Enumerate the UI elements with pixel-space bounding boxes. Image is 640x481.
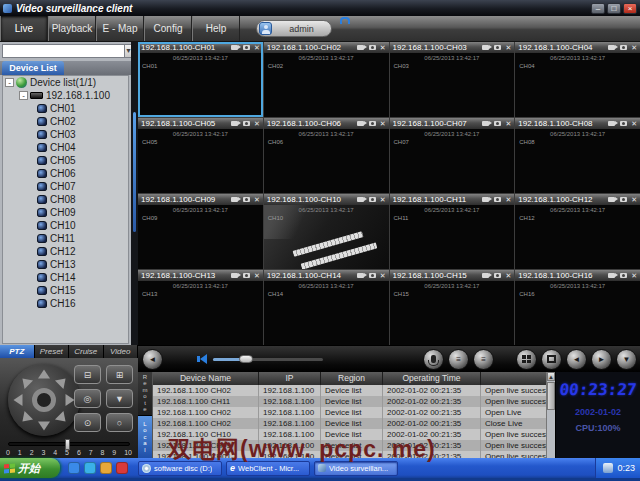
video-area[interactable]: 06/25/2013 13:42:17CH05 [138, 129, 263, 193]
record-icon[interactable] [482, 197, 489, 202]
ptz-down-right-arrow[interactable] [55, 411, 70, 426]
tree-channel-ch06[interactable]: CH06 [3, 167, 128, 180]
video-cell-ch05[interactable]: 192.168.1.100-CH05✕06/25/2013 13:42:17CH… [138, 118, 263, 193]
minimize-button[interactable]: – [591, 3, 605, 14]
record-icon[interactable] [231, 121, 238, 126]
video-cell-ch06[interactable]: 192.168.1.100-CH06✕06/25/2013 13:42:17CH… [264, 118, 389, 193]
ptz-down-arrow[interactable] [38, 422, 50, 431]
video-area[interactable]: 06/25/2013 13:42:17CH02 [264, 53, 389, 117]
video-area[interactable]: 06/25/2013 13:42:17CH14 [264, 281, 389, 345]
close-icon[interactable]: ✕ [254, 196, 260, 203]
close-icon[interactable]: ✕ [631, 120, 637, 127]
snapshot-icon[interactable] [494, 121, 501, 126]
tree-channel-ch16[interactable]: CH16 [3, 297, 128, 310]
close-icon[interactable]: ✕ [380, 272, 386, 279]
menu-item-emap[interactable]: E - Map [96, 16, 144, 41]
video-cell-ch14[interactable]: 192.168.1.100-CH14✕06/25/2013 13:42:17CH… [264, 270, 389, 345]
close-icon[interactable]: ✕ [631, 44, 637, 51]
video-area[interactable]: 06/25/2013 13:42:17CH13 [138, 281, 263, 345]
ptz-down-left-arrow[interactable] [18, 411, 33, 426]
video-cell-ch12[interactable]: 192.168.1.100-CH12✕06/25/2013 13:42:17CH… [515, 194, 640, 269]
volume-slider-handle[interactable] [239, 355, 253, 363]
close-button[interactable]: × [623, 3, 637, 14]
video-cell-ch15[interactable]: 192.168.1.100-CH15✕06/25/2013 13:42:17CH… [390, 270, 515, 345]
list-button-1[interactable]: ≡ [448, 349, 469, 370]
col-header-region[interactable]: Region [321, 372, 383, 385]
record-icon[interactable] [608, 273, 615, 278]
snapshot-icon[interactable] [243, 197, 250, 202]
list-button-2[interactable]: ≡ [473, 349, 494, 370]
tree-channel-ch09[interactable]: CH09 [3, 206, 128, 219]
task-button-2[interactable]: eWebClient - Micr... [226, 461, 310, 476]
log-row[interactable]: 192.168.1.100 CH11192.168.1.100Device li… [153, 396, 546, 407]
focus-near-button[interactable]: ▼ [106, 389, 133, 408]
video-cell-ch07[interactable]: 192.168.1.100-CH07✕06/25/2013 13:42:17CH… [390, 118, 515, 193]
talk-button[interactable] [423, 349, 444, 370]
messenger-icon[interactable] [84, 462, 96, 474]
collapse-icon[interactable]: - [19, 91, 28, 100]
snapshot-icon[interactable] [620, 197, 627, 202]
col-header-extra[interactable] [481, 372, 546, 385]
snapshot-icon[interactable] [369, 273, 376, 278]
record-icon[interactable] [608, 197, 615, 202]
tab-local-log[interactable]: Local [138, 416, 152, 459]
log-row[interactable]: 192.168.1.100 CH02192.168.1.100Device li… [153, 418, 546, 429]
snapshot-icon[interactable] [494, 197, 501, 202]
volume-slider[interactable] [213, 358, 323, 361]
tab-device-list[interactable]: Device List [2, 61, 64, 75]
ptz-up-arrow[interactable] [38, 370, 50, 379]
video-area[interactable]: 06/25/2013 13:42:17CH01 [138, 53, 263, 117]
snapshot-icon[interactable] [494, 45, 501, 50]
video-area[interactable]: 06/25/2013 13:42:17CH11 [390, 205, 515, 269]
ptz-up-left-arrow[interactable] [18, 374, 33, 389]
task-button-1[interactable]: software disc (D:) [138, 461, 222, 476]
record-icon[interactable] [231, 273, 238, 278]
video-cell-ch04[interactable]: 192.168.1.100-CH04✕06/25/2013 13:42:17CH… [515, 42, 640, 117]
snapshot-icon[interactable] [243, 273, 250, 278]
tree-root-item[interactable]: - Device list(1/1) [3, 76, 128, 89]
record-icon[interactable] [608, 45, 615, 50]
close-icon[interactable]: ✕ [505, 120, 511, 127]
log-row[interactable]: 192.168.1.100 CH02192.168.1.100Device li… [153, 385, 546, 396]
snapshot-icon[interactable] [369, 121, 376, 126]
menu-item-config[interactable]: Config [144, 16, 192, 41]
close-icon[interactable]: ✕ [631, 272, 637, 279]
zoom-in-button[interactable]: ⊞ [106, 365, 133, 384]
tab-remote-log[interactable]: Remote [138, 372, 152, 416]
record-icon[interactable] [231, 45, 238, 50]
next-page-button[interactable]: ► [591, 349, 612, 370]
maximize-button[interactable]: □ [607, 3, 621, 14]
video-cell-ch02[interactable]: 192.168.1.100-CH02✕06/25/2013 13:42:17CH… [264, 42, 389, 117]
snapshot-icon[interactable] [243, 45, 250, 50]
log-row[interactable]: 192.168.1.100 CH02192.168.1.100Device li… [153, 407, 546, 418]
tree-channel-ch02[interactable]: CH02 [3, 115, 128, 128]
video-cell-ch10[interactable]: 192.168.1.100-CH10✕06/25/2013 13:42:17CH… [264, 194, 389, 269]
snapshot-icon[interactable] [369, 45, 376, 50]
iris-open-button[interactable]: ○ [106, 413, 133, 432]
col-header-ip[interactable]: IP [259, 372, 321, 385]
col-header-operating-time[interactable]: Operating Time [383, 372, 481, 385]
tree-channel-ch08[interactable]: CH08 [3, 193, 128, 206]
media-player-icon[interactable] [116, 462, 128, 474]
close-icon[interactable]: ✕ [254, 272, 260, 279]
video-area[interactable]: 06/25/2013 13:42:17CH07 [390, 129, 515, 193]
snapshot-icon[interactable] [620, 45, 627, 50]
sidebar-splitter[interactable] [131, 42, 138, 345]
iris-close-button[interactable]: ⊙ [74, 413, 101, 432]
record-icon[interactable] [482, 273, 489, 278]
video-cell-ch09[interactable]: 192.168.1.100-CH09✕06/25/2013 13:42:17CH… [138, 194, 263, 269]
snapshot-icon[interactable] [243, 121, 250, 126]
tree-channel-ch13[interactable]: CH13 [3, 258, 128, 271]
video-area[interactable]: 06/25/2013 13:42:17CH09 [138, 205, 263, 269]
fullscreen-button[interactable]: ▼ [616, 349, 637, 370]
tree-channel-ch10[interactable]: CH10 [3, 219, 128, 232]
video-cell-ch13[interactable]: 192.168.1.100-CH13✕06/25/2013 13:42:17CH… [138, 270, 263, 345]
video-cell-ch16[interactable]: 192.168.1.100-CH16✕06/25/2013 13:42:17CH… [515, 270, 640, 345]
close-icon[interactable]: ✕ [631, 196, 637, 203]
video-cell-ch08[interactable]: 192.168.1.100-CH08✕06/25/2013 13:42:17CH… [515, 118, 640, 193]
record-icon[interactable] [482, 45, 489, 50]
collapse-sidebar-button[interactable]: ◄ [142, 349, 163, 370]
record-icon[interactable] [357, 197, 364, 202]
video-cell-ch11[interactable]: 192.168.1.100-CH11✕06/25/2013 13:42:17CH… [390, 194, 515, 269]
record-icon[interactable] [608, 121, 615, 126]
